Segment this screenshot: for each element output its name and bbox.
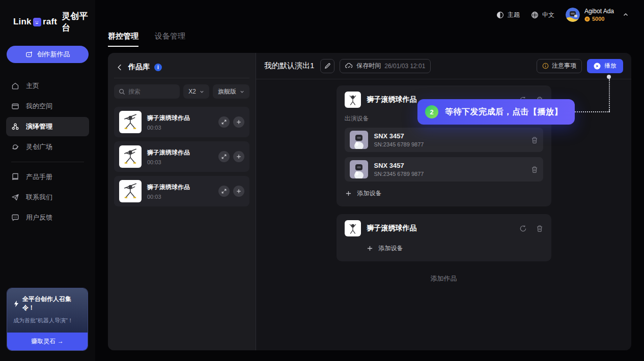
pencil-icon	[324, 63, 331, 69]
feedback-bubble-icon	[11, 214, 19, 222]
search-icon	[119, 88, 125, 95]
add-work-to-stage-button[interactable]	[233, 151, 244, 162]
speed-filter-value: X2	[188, 88, 196, 95]
device-row: SNX 3457 SN:2345 6789 9877	[345, 157, 543, 182]
planet-icon	[11, 143, 19, 151]
library-info-icon[interactable]: i	[154, 64, 162, 71]
work-duration: 00:03	[147, 194, 213, 200]
edition-filter-dropdown[interactable]: 旗舰版	[213, 84, 249, 99]
add-work-to-stage-button[interactable]	[233, 116, 244, 128]
work-duration: 00:03	[147, 159, 213, 165]
logo-text-part1: Link	[13, 17, 32, 27]
device-serial: SN:2345 6789 9877	[374, 171, 424, 177]
add-device-button[interactable]: 添加设备	[345, 187, 543, 200]
connector-dot	[607, 75, 611, 79]
sidebar: Linkraft灵创平台 创作新作品 主页 我的空间 演绎管理 灵创广场	[0, 0, 95, 361]
stage-panel: 我的默认演出1 保存时间 26/01/03 12:01 注意事项 播放	[256, 53, 631, 350]
notice-label: 注意事项	[552, 62, 576, 70]
app-root: Linkraft灵创平台 创作新作品 主页 我的空间 演绎管理 灵创广场	[0, 0, 644, 361]
sidebar-item-label: 我的空间	[26, 102, 52, 111]
sidebar-item-label: 用户反馈	[26, 213, 52, 222]
device-name: SNX 3457	[374, 162, 424, 169]
theme-toggle[interactable]: 主题	[496, 11, 520, 19]
work-list-item[interactable]: 狮子滚绣球作品 00:03	[114, 176, 249, 206]
tooltip-text: 等待下发完成后，点击【播放】	[445, 107, 563, 117]
cloud-save-icon	[345, 63, 353, 69]
lightning-icon	[13, 300, 19, 307]
sidebar-item-label: 产品手册	[26, 172, 52, 182]
sidebar-item-performance-management[interactable]: 演绎管理	[6, 117, 89, 136]
user-name: Agibot Ada	[584, 8, 614, 15]
play-button[interactable]: 播放	[587, 59, 623, 73]
work-title: 狮子滚绣球作品	[147, 183, 213, 192]
notice-button[interactable]: 注意事项	[537, 59, 582, 73]
sidebar-item-my-space[interactable]: 我的空间	[6, 97, 89, 116]
earn-gems-button[interactable]: 赚取灵石 →	[7, 333, 88, 350]
coin-icon	[584, 16, 590, 22]
refresh-icon[interactable]	[519, 225, 527, 232]
promo-banner-subtitle: 成为首批"机器人导演"！	[13, 317, 81, 324]
work-list-item[interactable]: 狮子滚绣球作品 00:03	[114, 141, 249, 172]
play-label: 播放	[604, 62, 617, 70]
add-device-button[interactable]: 添加设备	[345, 242, 543, 255]
promo-banner-body: 全平台创作人召集令！ 成为首批"机器人导演"！	[7, 288, 88, 333]
add-work-button[interactable]: 添加作品	[431, 274, 457, 283]
sidebar-nav: 主页 我的空间 演绎管理 灵创广场 产品手册 联系我们	[0, 76, 95, 227]
logo-text-part2: raft	[43, 17, 57, 27]
show-card: 狮子滚绣球作品 添加设备	[337, 214, 551, 261]
speed-filter-dropdown[interactable]: X2	[183, 84, 209, 99]
device-thumbnail	[350, 131, 368, 149]
theme-label: 主题	[508, 11, 520, 19]
create-new-work-button[interactable]: 创作新作品	[7, 46, 89, 63]
add-device-label: 添加设备	[357, 189, 382, 198]
chevron-up-icon[interactable]	[623, 12, 629, 18]
user-menu[interactable]: Agibot Ada 5000	[566, 8, 629, 22]
create-new-work-label: 创作新作品	[37, 50, 70, 59]
device-row: SNX 3457 SN:2345 6789 9877	[345, 128, 543, 152]
work-title: 狮子滚绣球作品	[147, 148, 213, 157]
plus-icon	[346, 191, 351, 196]
trash-icon[interactable]	[536, 225, 543, 232]
tab-group-control[interactable]: 群控管理	[108, 32, 138, 47]
work-thumbnail	[119, 111, 142, 133]
save-time-label: 保存时间	[356, 62, 381, 70]
sidebar-item-user-feedback[interactable]: 用户反馈	[6, 208, 89, 227]
work-thumbnail	[119, 145, 142, 168]
tab-device-management[interactable]: 设备管理	[155, 32, 185, 47]
play-icon	[594, 63, 601, 70]
trash-icon[interactable]	[531, 166, 538, 173]
expand-work-button[interactable]	[218, 186, 230, 197]
trash-icon[interactable]	[531, 136, 538, 144]
work-list: 狮子滚绣球作品 00:03 狮子滚绣球作品 00:03	[108, 105, 256, 208]
work-title: 狮子滚绣球作品	[147, 114, 213, 123]
works-library-panel: 作品库 i X2 旗舰版	[108, 53, 256, 350]
sidebar-item-product-manual[interactable]: 产品手册	[6, 167, 89, 187]
work-list-item[interactable]: 狮子滚绣球作品 00:03	[114, 107, 249, 137]
add-work-to-stage-button[interactable]	[233, 186, 244, 197]
save-status-pill: 保存时间 26/01/03 12:01	[340, 59, 431, 73]
edition-filter-value: 旗舰版	[218, 87, 236, 96]
coin-balance: 5000	[592, 16, 604, 22]
promo-banner-title: 全平台创作人召集令！	[22, 295, 81, 312]
chevron-down-icon	[200, 89, 204, 94]
logo: Linkraft灵创平台	[0, 0, 95, 34]
sidebar-item-home[interactable]: 主页	[6, 76, 89, 96]
library-controls: X2 旗舰版	[108, 78, 256, 105]
expand-work-button[interactable]	[218, 116, 230, 128]
main-panel: 作品库 i X2 旗舰版	[108, 53, 631, 350]
step-badge: 2	[425, 105, 438, 118]
top-bar: 主题 中文 Agibot Ada 5000	[95, 0, 644, 29]
library-title: 作品库	[128, 63, 150, 72]
globe-icon	[531, 11, 539, 19]
device-serial: SN:2345 6789 9877	[374, 141, 424, 147]
add-device-label: 添加设备	[379, 244, 403, 253]
chevron-down-icon	[240, 89, 244, 94]
expand-work-button[interactable]	[218, 151, 230, 162]
sidebar-item-plaza[interactable]: 灵创广场	[6, 137, 89, 157]
language-switcher[interactable]: 中文	[531, 11, 554, 19]
rename-show-button[interactable]	[320, 59, 334, 73]
work-duration: 00:03	[147, 125, 213, 131]
sidebar-item-contact-us[interactable]: 联系我们	[6, 188, 89, 207]
back-arrow-icon[interactable]	[116, 64, 124, 71]
search-input[interactable]	[128, 88, 166, 95]
